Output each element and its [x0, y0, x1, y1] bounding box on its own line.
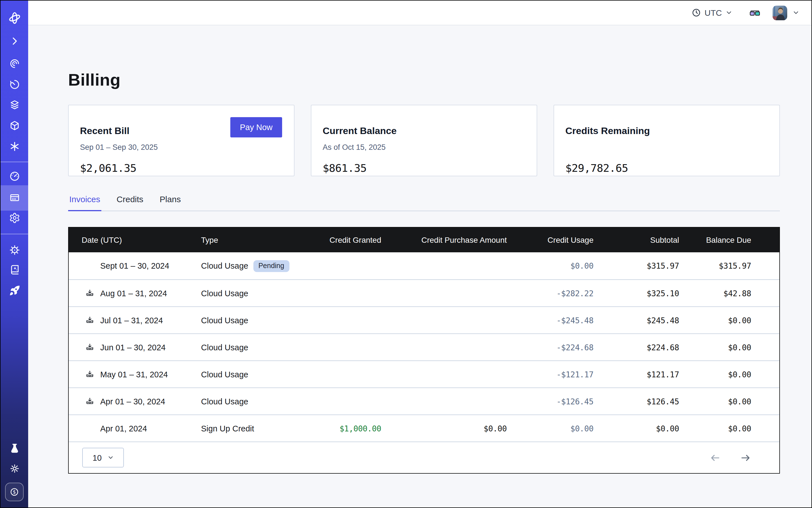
- credit-usage-value: -$245.48: [507, 316, 594, 325]
- dollar-seal-button[interactable]: $: [5, 483, 24, 501]
- credit-granted-value: $1,000.00: [314, 424, 381, 433]
- column-header: Credit Usage: [507, 236, 594, 245]
- card-subtitle: Sep 01 – Sep 30, 2025: [80, 143, 158, 152]
- download-icon[interactable]: [86, 289, 94, 297]
- asterisk-icon[interactable]: [1, 141, 28, 152]
- gauge-icon[interactable]: [1, 171, 28, 182]
- column-header: Date (UTC): [69, 236, 201, 245]
- credit-usage-value: -$224.68: [507, 343, 594, 352]
- clock-icon: [691, 8, 701, 17]
- pay-now-button[interactable]: Pay Now: [230, 117, 282, 137]
- invoice-type: Cloud Usage: [201, 370, 248, 379]
- invoice-date: Jun 01 – 30, 2024: [100, 343, 166, 352]
- table-row: Sept 01 – 30, 2024 Cloud Usage Pending $…: [69, 252, 779, 279]
- invoice-type: Sign Up Credit: [201, 424, 254, 433]
- table-header: Date (UTC)TypeCredit GrantedCredit Purch…: [69, 227, 779, 252]
- topbar: UTC: [28, 1, 811, 25]
- book-sparkles-icon[interactable]: [1, 264, 28, 276]
- timezone-label: UTC: [704, 8, 722, 17]
- subtotal-value: $224.68: [594, 343, 679, 352]
- subtotal-value: $121.17: [594, 370, 679, 379]
- card-subtitle: As of Oct 15, 2025: [323, 143, 386, 152]
- subtotal-value: $325.10: [594, 289, 679, 298]
- page-title: Billing: [68, 71, 121, 90]
- recent-bill-card: Recent Bill Sep 01 – Sep 30, 2025 $2,061…: [68, 105, 295, 176]
- history-icon[interactable]: [1, 79, 28, 90]
- balance-due-value: $0.00: [679, 424, 751, 433]
- summary-cards: Recent Bill Sep 01 – Sep 30, 2025 $2,061…: [68, 105, 780, 176]
- sidebar: $: [1, 1, 28, 507]
- table-row: Jun 01 – 30, 2024 Cloud Usage -$224.68 $…: [69, 333, 779, 361]
- avatar[interactable]: [773, 5, 787, 20]
- column-header: Type: [201, 236, 314, 245]
- invoice-date: Apr 01 – 30, 2024: [100, 397, 165, 406]
- rocket-icon[interactable]: [1, 285, 28, 296]
- invoice-type: Cloud Usage: [201, 316, 248, 325]
- invoice-type: Cloud Usage: [201, 397, 248, 406]
- billing-tabs: Invoices Credits Plans: [68, 194, 780, 211]
- card-title: Credits Remaining: [565, 126, 650, 137]
- svg-text:$: $: [13, 489, 16, 495]
- invoice-type: Cloud Usage: [201, 261, 248, 270]
- balance-due-value: $42.88: [679, 289, 751, 298]
- download-icon[interactable]: [86, 370, 94, 378]
- flask-icon[interactable]: [1, 443, 28, 454]
- balance-due-value: $0.00: [679, 397, 751, 406]
- page-size-value: 10: [93, 453, 102, 462]
- chevron-down-icon: [107, 455, 114, 461]
- column-header: Subtotal: [594, 236, 679, 245]
- tab-invoices[interactable]: Invoices: [68, 194, 101, 211]
- credit-usage-value: -$121.17: [507, 370, 594, 379]
- billing-card-icon[interactable]: [1, 192, 28, 203]
- invoice-date: Apr 01, 2024: [100, 424, 147, 433]
- sun-icon[interactable]: [1, 463, 28, 474]
- download-icon[interactable]: [86, 316, 94, 325]
- table-row: May 01 – 31, 2024 Cloud Usage -$121.17 $…: [69, 361, 779, 387]
- settings-gear-icon[interactable]: [1, 212, 28, 223]
- current-balance-amount: $861.35: [323, 162, 367, 174]
- arrow-right-icon: [740, 452, 751, 463]
- next-page-button[interactable]: [740, 452, 751, 463]
- chevron-down-icon: [725, 9, 733, 16]
- subtotal-value: $0.00: [594, 424, 679, 433]
- balance-due-value: $315.97: [679, 261, 751, 270]
- account-menu-chevron-down-icon[interactable]: [792, 9, 800, 16]
- collapse-chevron-right-icon[interactable]: [1, 36, 28, 47]
- recent-bill-amount: $2,061.35: [80, 162, 136, 174]
- download-icon[interactable]: [86, 343, 94, 351]
- table-row: Apr 01 – 30, 2024 Cloud Usage -$126.45 $…: [69, 387, 779, 415]
- current-balance-card: Current Balance As of Oct 15, 2025 $861.…: [311, 105, 537, 176]
- layers-icon[interactable]: [1, 99, 28, 111]
- ship-wheel-icon[interactable]: [1, 245, 28, 256]
- page-size-select[interactable]: 10: [82, 448, 124, 467]
- card-title: Recent Bill: [80, 126, 130, 137]
- table-body: Sept 01 – 30, 2024 Cloud Usage Pending $…: [69, 252, 779, 441]
- cube-icon[interactable]: [1, 120, 28, 131]
- table-row: Apr 01, 2024 Sign Up Credit $1,000.00 $0…: [69, 415, 779, 441]
- credit-usage-value: -$126.45: [507, 397, 594, 406]
- subtotal-value: $315.97: [594, 261, 679, 270]
- balance-due-value: $0.00: [679, 343, 751, 352]
- credits-remaining-amount: $29,782.65: [565, 162, 628, 174]
- status-badge: Pending: [253, 260, 290, 272]
- credit-usage-value: $0.00: [507, 424, 594, 433]
- invoice-type: Cloud Usage: [201, 289, 248, 298]
- timezone-selector[interactable]: UTC: [691, 8, 733, 17]
- sidebar-divider: [1, 234, 28, 234]
- billing-page: $ UTC: [0, 0, 812, 508]
- subtotal-value: $126.45: [594, 397, 679, 406]
- credit-purchase-value: $0.00: [381, 424, 507, 433]
- download-icon[interactable]: [86, 397, 94, 406]
- app-logo-icon[interactable]: [1, 11, 28, 25]
- previous-page-button[interactable]: [710, 452, 721, 463]
- table-row: Aug 01 – 31, 2024 Cloud Usage -$282.22 $…: [69, 279, 779, 306]
- credits-remaining-card: Credits Remaining $29,782.65: [554, 105, 780, 176]
- pagination: 10: [69, 441, 779, 473]
- glasses-icon[interactable]: [750, 9, 760, 16]
- tab-credits[interactable]: Credits: [116, 194, 144, 211]
- tab-plans[interactable]: Plans: [159, 194, 182, 211]
- credit-usage-value: -$282.22: [507, 289, 594, 298]
- spiral-icon[interactable]: [1, 58, 28, 69]
- column-header: Credit Granted: [314, 236, 381, 245]
- invoice-type: Cloud Usage: [201, 343, 248, 352]
